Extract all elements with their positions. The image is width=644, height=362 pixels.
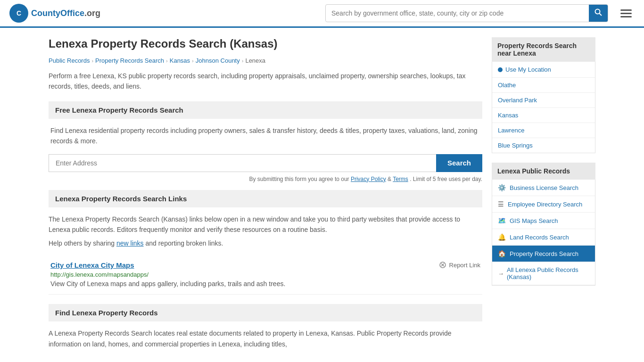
hamburger-line xyxy=(620,13,632,14)
header-search-button[interactable] xyxy=(589,5,608,22)
link-item-header: City of Lenexa City Maps Report Link xyxy=(50,261,480,269)
link-item: City of Lenexa City Maps Report Link htt… xyxy=(49,255,482,295)
nearby-list: Use My Location Olathe Overland Park Kan… xyxy=(492,62,595,153)
page-title: Lenexa Property Records Search (Kansas) xyxy=(49,37,482,50)
report-icon xyxy=(439,261,446,269)
breadcrumb-kansas[interactable]: Kansas xyxy=(170,57,190,64)
logo-icon: C xyxy=(9,4,28,23)
address-input[interactable] xyxy=(49,154,436,172)
links-desc: The Lenexa Property Records Search (Kans… xyxy=(49,214,482,235)
sidebar-item-business-license[interactable]: ⚙️ Business License Search xyxy=(492,180,595,196)
main-container: Lenexa Property Records Search (Kansas) … xyxy=(39,28,605,359)
nearby-item-lawrence[interactable]: Lawrence xyxy=(492,123,595,138)
report-link-button[interactable]: Report Link xyxy=(439,261,480,269)
header-search-bar xyxy=(325,4,608,22)
privacy-policy-link[interactable]: Privacy Policy xyxy=(351,176,386,182)
nearby-item-olathe[interactable]: Olathe xyxy=(492,78,595,93)
nearby-item-blue-springs[interactable]: Blue Springs xyxy=(492,138,595,153)
home-icon: 🏠 xyxy=(498,250,506,257)
hamburger-line xyxy=(620,9,632,11)
public-records-title: Lenexa Public Records xyxy=(492,163,595,180)
location-dot-icon xyxy=(498,67,503,72)
free-search-heading: Free Lenexa Property Records Search xyxy=(49,101,482,119)
breadcrumb-sep: › xyxy=(91,58,93,64)
nearby-title: Property Records Search near Lenexa xyxy=(492,37,595,62)
nearby-section: Property Records Search near Lenexa Use … xyxy=(492,37,595,153)
form-terms: By submitting this form you agree to our… xyxy=(49,176,482,182)
hamburger-line xyxy=(620,16,632,17)
breadcrumb-sep: › xyxy=(192,58,194,64)
sidebar-item-land-records[interactable]: 🔔 Land Records Search xyxy=(492,229,595,246)
breadcrumb-sep: › xyxy=(242,58,244,64)
site-header: C CountyOffice.org xyxy=(0,0,644,28)
list-icon: ☰ xyxy=(498,200,504,208)
use-my-location[interactable]: Use My Location xyxy=(492,62,595,78)
arrow-icon: → xyxy=(498,270,504,277)
public-records-list: ⚙️ Business License Search ☰ Employee Di… xyxy=(492,180,595,286)
link-item-title[interactable]: City of Lenexa City Maps xyxy=(50,261,134,269)
nearby-item-kansas[interactable]: Kansas xyxy=(492,108,595,123)
svg-point-2 xyxy=(595,9,600,14)
sidebar-item-property-records[interactable]: 🏠 Property Records Search xyxy=(492,246,595,262)
sidebar-item-employee-directory[interactable]: ☰ Employee Directory Search xyxy=(492,196,595,213)
main-content: Lenexa Property Records Search (Kansas) … xyxy=(49,37,482,349)
svg-text:C: C xyxy=(17,9,21,17)
link-desc: View City of Lenexa maps and apps galler… xyxy=(50,280,480,288)
bell-icon: 🔔 xyxy=(498,233,506,241)
links-section-heading: Lenexa Property Records Search Links xyxy=(49,190,482,207)
link-url[interactable]: http://gis.lenexa.com/mapsandapps/ xyxy=(50,271,480,278)
use-location-link[interactable]: Use My Location xyxy=(505,66,551,73)
address-search-button[interactable]: Search xyxy=(436,154,482,172)
new-links-link[interactable]: new links xyxy=(116,239,144,247)
nearby-item-overland-park[interactable]: Overland Park xyxy=(492,93,595,108)
breadcrumb-johnson-county[interactable]: Johnson County xyxy=(196,57,240,64)
logo-text: CountyOffice.org xyxy=(31,8,100,18)
intro-text: Perform a free Lenexa, KS public propert… xyxy=(49,71,482,92)
hamburger-menu-button[interactable] xyxy=(618,7,635,20)
terms-link[interactable]: Terms xyxy=(393,176,408,182)
help-text: Help others by sharing new links and rep… xyxy=(49,239,482,247)
sidebar: Property Records Search near Lenexa Use … xyxy=(492,37,595,349)
sidebar-item-gis-maps[interactable]: 🗺️ GIS Maps Search xyxy=(492,213,595,229)
map-icon: 🗺️ xyxy=(498,217,506,224)
breadcrumb-public-records[interactable]: Public Records xyxy=(49,57,90,64)
find-text: A Lenexa Property Records Search locates… xyxy=(49,328,482,349)
breadcrumb-property-records-search[interactable]: Property Records Search xyxy=(95,57,164,64)
breadcrumb-current: Lenexa xyxy=(245,57,265,64)
all-records-item[interactable]: → All Lenexa Public Records (Kansas) xyxy=(492,262,595,285)
address-search-row: Search xyxy=(49,154,482,172)
header-search-input[interactable] xyxy=(326,6,589,21)
site-logo[interactable]: C CountyOffice.org xyxy=(9,4,100,23)
gear-icon: ⚙️ xyxy=(498,184,506,191)
find-section-heading: Find Lenexa Property Records xyxy=(49,304,482,321)
public-records-section: Lenexa Public Records ⚙️ Business Licens… xyxy=(492,163,595,286)
breadcrumb: Public Records › Property Records Search… xyxy=(49,57,482,64)
free-search-desc: Find Lenexa residential property records… xyxy=(49,125,482,147)
breadcrumb-sep: › xyxy=(166,58,168,64)
svg-line-3 xyxy=(600,14,602,16)
